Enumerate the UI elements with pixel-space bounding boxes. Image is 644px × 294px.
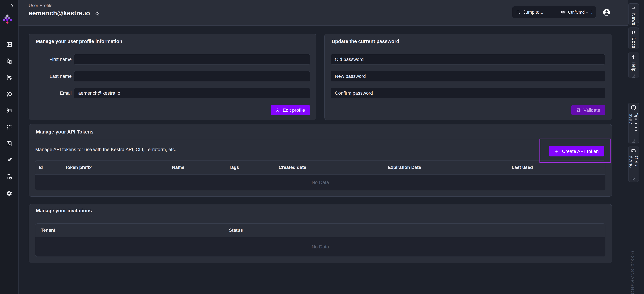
col-created-date: Created date [279,160,388,174]
col-expiration-date: Expiration Date [388,160,512,174]
tab-docs-label: Docs [631,37,636,49]
version-label: 0.22.0-SNAPSHOT [630,251,635,294]
invitations-table: Tenant Status No Data [35,223,606,257]
plus-icon [554,149,559,154]
col-tags: Tags [229,160,279,174]
tab-news-label: News [631,13,636,25]
col-tenant: Tenant [36,224,229,237]
validate-label: Validate [584,108,600,113]
editor-icon[interactable] [6,74,12,81]
profile-card: Manage your user profile information Fir… [29,34,316,120]
email-field[interactable] [74,88,310,98]
star-favorite-icon[interactable] [94,11,100,16]
invitations-card: Manage your invitations Tenant Status No… [29,204,612,263]
edit-profile-button[interactable]: Edit profile [270,105,310,115]
book-icon [631,30,636,35]
api-tokens-table: Id Token prefix Name Tags Created date E… [35,160,606,190]
news-notification-dot [636,22,640,26]
breadcrumb: User Profile [29,3,100,8]
keyboard-icon [561,10,566,15]
tab-get-a-demo-label: Get a demo [628,156,639,175]
tab-open-an-issue-label: Open an Issue [628,112,639,137]
save-icon [576,108,581,112]
confirm-password-field[interactable] [330,88,605,98]
apps-icon[interactable] [6,124,12,130]
email-label: Email [35,91,74,96]
validate-button[interactable]: Validate [571,105,605,115]
col-id: Id [36,160,65,174]
plugins-icon[interactable] [6,157,12,163]
tab-help-label: Help [631,62,636,72]
api-tokens-card: Manage your API Tokens Create API Token … [29,124,612,197]
search-icon [516,10,520,15]
blueprints-icon[interactable] [6,141,12,147]
topbar: User Profile aemerich@kestra.io Jump to.… [18,0,628,26]
invitations-empty-state: No Data [36,237,605,256]
monitor-icon [631,149,636,154]
left-sidebar [0,0,18,294]
old-password-field[interactable] [330,54,605,65]
search-shortcut: Ctrl/Cmd + K [568,10,592,15]
tab-news[interactable]: News [628,3,639,25]
github-icon [631,105,636,110]
col-status: Status [229,224,605,237]
password-card: Update the current password Validate [324,34,612,120]
api-tokens-empty-state: No Data [36,174,605,190]
tab-get-a-demo[interactable]: Get a demo [628,146,639,182]
tab-open-an-issue[interactable]: Open an Issue [628,103,639,143]
last-name-label: Last name [35,74,74,79]
flows-icon[interactable] [6,58,12,64]
user-avatar-icon[interactable] [602,8,610,16]
search-input[interactable]: Jump to... Ctrl/Cmd + K [512,6,596,18]
dashboard-icon[interactable] [6,41,12,48]
external-link-icon [631,177,636,182]
first-name-label: First name [35,57,74,62]
right-sidebar: News Docs Help Open an Issue Get a demo [628,0,644,294]
iam-icon[interactable] [6,174,12,180]
account-edit-icon [276,108,280,112]
executions-icon[interactable] [6,91,12,97]
api-tokens-description: Manage API tokens for use with the Kestr… [35,139,606,152]
col-token-prefix: Token prefix [65,160,172,174]
external-link-icon [631,74,636,78]
create-api-token-button[interactable]: Create API Token [549,146,604,156]
logs-icon[interactable] [6,108,12,114]
last-name-field[interactable] [74,71,310,81]
page-title: aemerich@kestra.io [29,10,90,17]
new-password-field[interactable] [330,71,605,81]
sidebar-nav [0,41,18,196]
search-placeholder: Jump to... [523,10,561,15]
slack-icon [631,54,636,59]
kestra-logo[interactable] [3,14,12,24]
main-content: Manage your user profile information Fir… [18,26,628,294]
api-tokens-card-title: Manage your API Tokens [36,129,94,135]
password-card-title: Update the current password [332,39,399,44]
create-api-token-label: Create API Token [562,149,599,154]
tab-help[interactable]: Help [628,52,639,78]
api-tokens-header-row: Id Token prefix Name Tags Created date E… [36,160,605,174]
col-last-used: Last used [512,160,605,174]
flag-icon [631,6,636,11]
tab-docs[interactable]: Docs [628,28,639,49]
external-link-icon [631,139,636,143]
edit-profile-label: Edit profile [283,108,305,113]
settings-icon[interactable] [6,190,12,196]
invitations-header-row: Tenant Status [36,224,605,237]
sidebar-expand-chevron-icon[interactable] [10,3,14,8]
first-name-field[interactable] [74,54,310,65]
profile-card-title: Manage your user profile information [36,39,122,44]
invitations-card-title: Manage your invitations [36,208,92,213]
col-name: Name [172,160,229,174]
